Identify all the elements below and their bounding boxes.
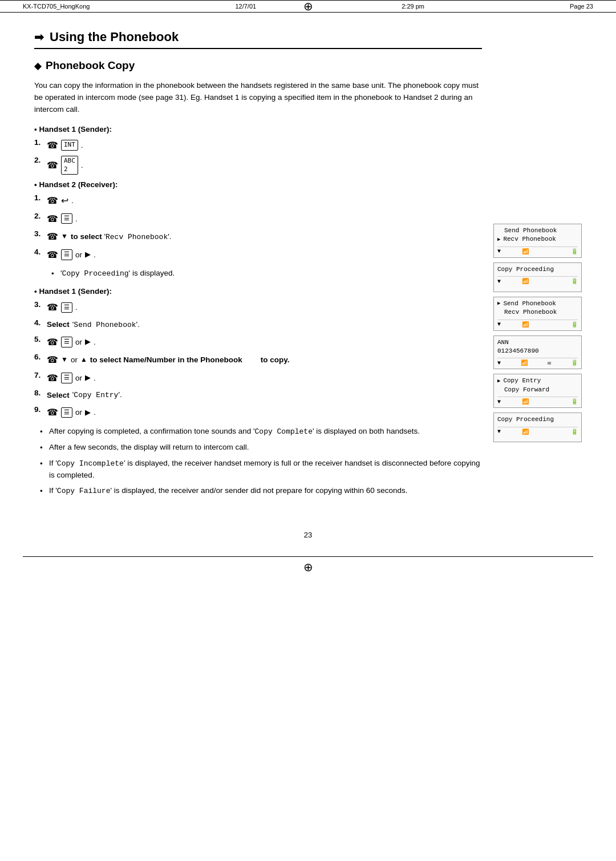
battery-icon: 🔋: [571, 248, 578, 255]
phone-icon: ☎: [47, 138, 58, 153]
right-arrow-icon3: ▶: [85, 372, 91, 384]
step-s1-1: 1. ☎ INT .: [34, 138, 482, 153]
battery-icon3: 🔋: [571, 321, 578, 328]
or-text5: or: [75, 406, 82, 419]
bullet-text-2: After a few seconds, the display will re…: [49, 442, 249, 454]
lcd-line-send2: Send Phonebook: [497, 300, 578, 308]
step-dot: .: [94, 372, 96, 385]
signal-icon6: 📶: [522, 429, 529, 435]
step-content: ☎ INT .: [47, 138, 83, 153]
phone-icon: ☎: [47, 193, 58, 208]
step-s2-6: 6. ☎ ▼ or ▲ to select Name/Number in the…: [34, 353, 482, 367]
step-content: ☎ ▼ or ▲ to select Name/Number in the Ph…: [47, 353, 290, 367]
bullet-copy-proceeding: • 'Copy Proceeding' is displayed.: [51, 268, 482, 280]
step-s1-2: 2. ☎ ABC2 .: [34, 156, 482, 175]
step-r1-1: 1. ☎ ↩ .: [34, 193, 482, 208]
or-text2: or: [75, 336, 82, 349]
lcd-footer-5: ▼ 📶 🔋: [497, 397, 578, 405]
copy-proceeding-bullet: • 'Copy Proceeding' is displayed.: [34, 268, 482, 280]
lcd-line-copy-proc: Copy Proceeding: [497, 265, 578, 274]
lcd-footer-1: ▼ 📶 🔋: [497, 246, 578, 255]
step-content: ☎ ↩ .: [47, 193, 74, 208]
down-arrow-footer4: ▼: [497, 360, 501, 366]
bullet-dot: •: [40, 458, 49, 470]
lcd-text-send: Send Phonebook: [504, 227, 557, 235]
lcd-box-1: Send Phonebook Recv Phonebook ▼ 📶 🔋: [493, 224, 582, 258]
step-s2-3: 3. ☎ ☰ .: [34, 300, 482, 315]
phone-icon: ☎: [47, 158, 58, 173]
down-arrow-footer: ▼: [497, 248, 501, 254]
header-left: KX-TCD705_HongKong: [23, 3, 90, 10]
handset2-receiver-heading: • Handset 2 (Receiver):: [34, 180, 482, 189]
section-arrow-icon: ➡: [34, 30, 44, 44]
up-icon: ▲: [80, 354, 87, 365]
menu-icon5: ☰: [61, 373, 72, 383]
steps-sender2: 3. ☎ ☰ . 4. Select 'Send Phonebook'. 5.: [34, 300, 482, 420]
lcd-box-6: Copy Proceeding ▼ 📶 🔋: [493, 413, 582, 442]
step-num: 9.: [34, 405, 47, 414]
signal-icon2: 📶: [522, 278, 529, 285]
title-divider: [34, 48, 482, 49]
step-num: 1.: [34, 193, 47, 202]
battery-icon6: 🔋: [571, 429, 578, 435]
step-content: ☎ ☰ or ▶ .: [47, 248, 96, 262]
signal-icon5: 📶: [522, 398, 529, 405]
lcd-line-copy-fwd: Copy Forward: [497, 386, 578, 394]
steps-receiver1: 1. ☎ ↩ . 2. ☎ ☰ . 3.: [34, 193, 482, 262]
step-content: ☎ ABC2 .: [47, 156, 83, 175]
bullet-4: • If 'Copy Failure' is displayed, the re…: [40, 485, 482, 498]
main-content: ➡ Using the Phonebook ◆ Phonebook Copy Y…: [0, 13, 616, 519]
step-text: to select 'Recv Phonebook'.: [71, 231, 172, 244]
bullet-dot: •: [40, 426, 49, 438]
step-num: 2.: [34, 156, 47, 164]
step-num: 2.: [34, 212, 47, 220]
step-content: ☎ ☰ or ▶ .: [47, 371, 96, 386]
signal-icon4: 📶: [521, 359, 528, 366]
step-r1-4: 4. ☎ ☰ or ▶ .: [34, 248, 482, 262]
or-text3: or: [71, 354, 78, 366]
right-arrow-icon4: ▶: [85, 407, 91, 419]
step-s2-4: 4. Select 'Send Phonebook'.: [34, 318, 482, 332]
handset1-sender2-heading: • Handset 1 (Sender):: [34, 287, 482, 296]
step-bold: to select Name/Number in the Phonebook: [90, 354, 242, 366]
lcd-footer-2: ▼ 📶 🔋: [497, 276, 578, 285]
bullet-dot: •: [40, 486, 49, 498]
menu-icon2: ☰: [61, 249, 72, 260]
lcd-box-5: Copy Entry Copy Forward ▼ 📶 🔋: [493, 374, 582, 408]
down-icon: ▼: [61, 231, 68, 242]
bullet-dot: •: [51, 268, 60, 280]
steps-sender1: 1. ☎ INT . 2. ☎ ABC2 .: [34, 138, 482, 175]
text-column: ➡ Using the Phonebook ◆ Phonebook Copy Y…: [34, 30, 493, 502]
section-title-text: Using the Phonebook: [50, 30, 179, 45]
step-num: 3.: [34, 300, 47, 309]
step-dot: .: [75, 213, 78, 225]
battery-icon2: 🔋: [571, 278, 578, 285]
envelope-icon: ✉: [548, 359, 551, 366]
step-s2-9: 9. ☎ ☰ or ▶ .: [34, 405, 482, 420]
lcd-text-number: 01234567890: [497, 347, 539, 355]
step-text: 'Send Phonebook'.: [72, 318, 140, 332]
or-text: or: [75, 249, 82, 261]
lcd-line-copy-proc2: Copy Proceeding: [497, 415, 578, 424]
step-num: 4.: [34, 248, 47, 256]
step-r1-3: 3. ☎ ▼ to select 'Recv Phonebook'.: [34, 229, 482, 244]
lcd-footer-6: ▼ 📶 🔋: [497, 427, 578, 435]
final-bullets: • After copying is completed, a confirma…: [34, 426, 482, 498]
phone-icon: ☎: [47, 405, 58, 420]
sidebar-column: Send Phonebook Recv Phonebook ▼ 📶 🔋 Copy…: [493, 30, 582, 502]
step-num: 4.: [34, 318, 47, 327]
section-title: ➡ Using the Phonebook: [34, 30, 482, 45]
lcd-line-recv2: Recv Phonebook: [497, 308, 578, 317]
step-s2-7: 7. ☎ ☰ or ▶ .: [34, 371, 482, 386]
lcd-text-recv2: Recv Phonebook: [504, 308, 557, 317]
phone-icon: ☎: [47, 335, 58, 350]
step-dot: .: [94, 406, 96, 419]
lcd-text-copy-fwd: Copy Forward: [504, 386, 549, 394]
bullet-dot: •: [40, 442, 49, 454]
right-arrow-icon: ▶: [85, 249, 91, 261]
step-content: Select 'Copy Entry'.: [47, 389, 122, 402]
step-dot: .: [71, 195, 74, 207]
step-content: Select 'Send Phonebook'.: [47, 318, 140, 332]
battery-icon4: 🔋: [571, 359, 578, 366]
step-content: ☎ ☰ .: [47, 300, 78, 315]
